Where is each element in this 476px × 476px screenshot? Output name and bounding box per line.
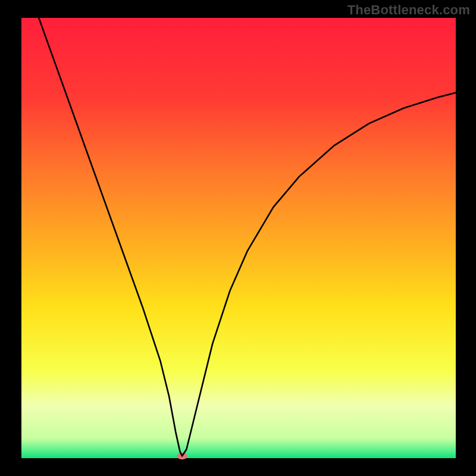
bottleneck-chart bbox=[0, 0, 476, 476]
watermark-text: TheBottleneck.com bbox=[347, 2, 470, 18]
chart-stage: TheBottleneck.com bbox=[0, 0, 476, 476]
chart-background bbox=[21, 18, 456, 458]
